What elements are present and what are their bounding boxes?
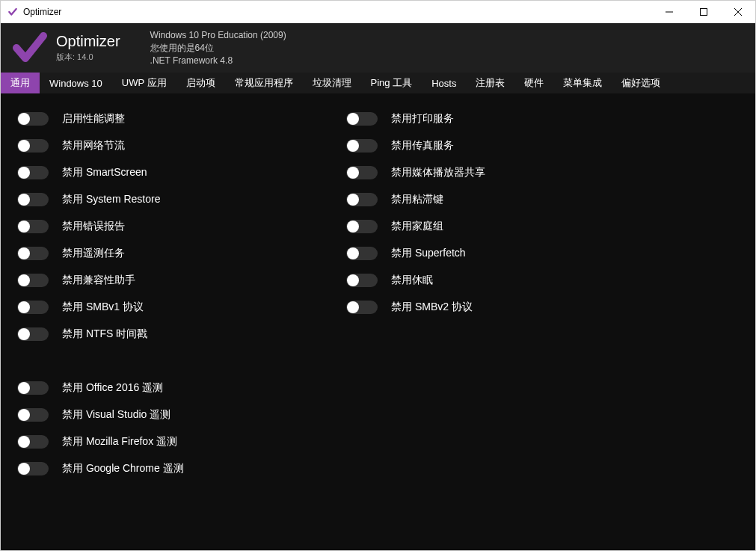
toggle-row-sticky: 禁用粘滞键 bbox=[346, 186, 739, 213]
toggle-switch-perf[interactable] bbox=[17, 112, 49, 126]
toggle-row-homegroup: 禁用家庭组 bbox=[346, 213, 739, 240]
toggle-label-chrome: 禁用 Google Chrome 遥测 bbox=[62, 462, 184, 475]
toggle-switch-netthrottle[interactable] bbox=[17, 139, 49, 153]
toggle-row-vs: 禁用 Visual Studio 遥测 bbox=[17, 401, 346, 428]
toggle-label-smbv1: 禁用 SMBv1 协议 bbox=[62, 301, 144, 314]
toggle-label-firefox: 禁用 Mozilla Firefox 遥测 bbox=[62, 435, 177, 449]
toggle-switch-superfetch[interactable] bbox=[346, 247, 378, 260]
tab-cleanup[interactable]: 垃圾清理 bbox=[303, 73, 361, 93]
app-name: Optimizer bbox=[56, 33, 120, 50]
toggle-label-errreport: 禁用错误报告 bbox=[62, 220, 125, 233]
toggle-row-smartscreen: 禁用 SmartScreen bbox=[17, 159, 346, 186]
toggle-label-smbv2: 禁用 SMBv2 协议 bbox=[391, 301, 473, 314]
toggle-switch-ntfs[interactable] bbox=[17, 327, 49, 341]
toggle-row-telemetry: 禁用遥测任务 bbox=[17, 240, 346, 267]
tab-menu[interactable]: 菜单集成 bbox=[553, 73, 612, 93]
toggle-label-hibernate: 禁用休眠 bbox=[391, 274, 433, 287]
arch-label: 您使用的是64位 bbox=[150, 42, 286, 55]
toggle-row-smbv2: 禁用 SMBv2 协议 bbox=[346, 294, 739, 321]
toggle-switch-sticky[interactable] bbox=[346, 193, 378, 206]
tab-uwp[interactable]: UWP 应用 bbox=[112, 73, 176, 93]
toggle-row-firefox: 禁用 Mozilla Firefox 遥测 bbox=[17, 428, 346, 455]
tab-win10[interactable]: Windows 10 bbox=[40, 73, 112, 93]
toggle-label-fax: 禁用传真服务 bbox=[391, 139, 454, 153]
app-icon bbox=[7, 6, 19, 18]
minimize-button[interactable] bbox=[652, 1, 686, 23]
toggle-switch-fax[interactable] bbox=[346, 139, 378, 153]
toggle-switch-firefox[interactable] bbox=[17, 435, 49, 449]
tab-hosts[interactable]: Hosts bbox=[422, 73, 466, 93]
toggle-label-smartscreen: 禁用 SmartScreen bbox=[62, 166, 147, 179]
net-label: .NET Framework 4.8 bbox=[150, 55, 286, 67]
toggle-switch-homegroup[interactable] bbox=[346, 220, 378, 233]
toggle-label-netthrottle: 禁用网络节流 bbox=[62, 139, 125, 153]
toggle-row-hibernate: 禁用休眠 bbox=[346, 267, 739, 294]
toggle-row-fax: 禁用传真服务 bbox=[346, 132, 739, 159]
toggle-label-compat: 禁用兼容性助手 bbox=[62, 274, 135, 287]
svg-rect-1 bbox=[701, 9, 707, 16]
toggle-row-compat: 禁用兼容性助手 bbox=[17, 267, 346, 294]
toggle-row-ntfs: 禁用 NTFS 时间戳 bbox=[17, 321, 346, 348]
toggle-switch-hibernate[interactable] bbox=[346, 274, 378, 287]
toggle-row-mediashare: 禁用媒体播放器共享 bbox=[346, 159, 739, 186]
checkmark-icon bbox=[11, 29, 49, 67]
tab-registry[interactable]: 注册表 bbox=[466, 73, 514, 93]
toggle-switch-smartscreen[interactable] bbox=[17, 166, 49, 179]
tab-common[interactable]: 常规应用程序 bbox=[225, 73, 303, 93]
toggle-label-sticky: 禁用粘滞键 bbox=[391, 193, 443, 206]
toggle-label-homegroup: 禁用家庭组 bbox=[391, 220, 443, 233]
toggle-switch-print[interactable] bbox=[346, 112, 378, 126]
tab-bar: 通用Windows 10UWP 应用启动项常规应用程序垃圾清理Ping 工具Ho… bbox=[1, 73, 755, 93]
toggle-label-print: 禁用打印服务 bbox=[391, 112, 454, 126]
toggle-label-office: 禁用 Office 2016 遥测 bbox=[62, 381, 163, 395]
app-version: 版本: 14.0 bbox=[56, 52, 120, 63]
toggle-switch-telemetry[interactable] bbox=[17, 247, 49, 260]
window-title: Optimizer bbox=[23, 7, 652, 17]
tab-hardware[interactable]: 硬件 bbox=[514, 73, 553, 93]
toggle-switch-vs[interactable] bbox=[17, 408, 49, 422]
system-info: Windows 10 Pro Education (2009) 您使用的是64位… bbox=[150, 29, 286, 67]
toggle-row-chrome: 禁用 Google Chrome 遥测 bbox=[17, 455, 346, 482]
tab-prefs[interactable]: 偏好选项 bbox=[612, 73, 670, 93]
toggle-switch-errreport[interactable] bbox=[17, 220, 49, 233]
toggle-label-telemetry: 禁用遥测任务 bbox=[62, 247, 125, 260]
toggle-row-print: 禁用打印服务 bbox=[346, 105, 739, 132]
maximize-button[interactable] bbox=[686, 1, 721, 23]
toggle-label-superfetch: 禁用 Superfetch bbox=[391, 247, 466, 260]
toggle-row-perf: 启用性能调整 bbox=[17, 105, 346, 132]
toggle-row-sysrestore: 禁用 System Restore bbox=[17, 186, 346, 213]
toggle-switch-office[interactable] bbox=[17, 381, 49, 395]
toggle-switch-smbv1[interactable] bbox=[17, 301, 49, 314]
toggle-switch-smbv2[interactable] bbox=[346, 301, 378, 314]
toggle-switch-sysrestore[interactable] bbox=[17, 193, 49, 206]
close-button[interactable] bbox=[721, 1, 755, 23]
toggle-label-perf: 启用性能调整 bbox=[62, 112, 125, 126]
toggle-switch-mediashare[interactable] bbox=[346, 166, 378, 179]
os-label: Windows 10 Pro Education (2009) bbox=[150, 29, 286, 42]
toggle-label-sysrestore: 禁用 System Restore bbox=[62, 193, 160, 206]
titlebar: Optimizer bbox=[1, 1, 755, 23]
toggle-label-vs: 禁用 Visual Studio 遥测 bbox=[62, 408, 170, 422]
toggle-label-ntfs: 禁用 NTFS 时间戳 bbox=[62, 327, 147, 341]
toggle-label-mediashare: 禁用媒体播放器共享 bbox=[391, 166, 485, 179]
toggle-row-errreport: 禁用错误报告 bbox=[17, 213, 346, 240]
tab-general[interactable]: 通用 bbox=[1, 73, 40, 93]
toggle-row-office: 禁用 Office 2016 遥测 bbox=[17, 375, 346, 401]
toggle-switch-compat[interactable] bbox=[17, 274, 49, 287]
toggle-switch-chrome[interactable] bbox=[17, 462, 49, 475]
toggle-row-superfetch: 禁用 Superfetch bbox=[346, 240, 739, 267]
tab-ping[interactable]: Ping 工具 bbox=[361, 73, 422, 93]
toggle-row-smbv1: 禁用 SMBv1 协议 bbox=[17, 294, 346, 321]
app-header: Optimizer 版本: 14.0 Windows 10 Pro Educat… bbox=[1, 23, 755, 73]
tab-startup[interactable]: 启动项 bbox=[176, 73, 225, 93]
toggle-row-netthrottle: 禁用网络节流 bbox=[17, 132, 346, 159]
